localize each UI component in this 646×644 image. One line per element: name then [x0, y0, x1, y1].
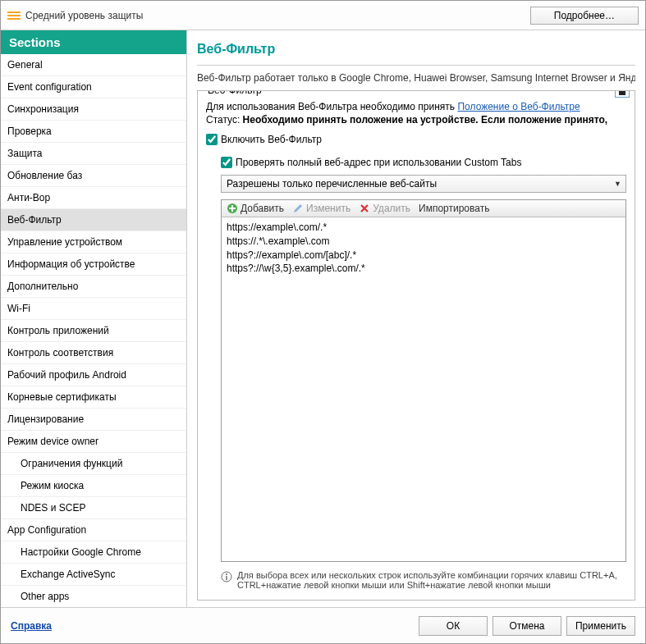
fieldset-legend: Веб-Фильтр [204, 90, 265, 96]
sidebar-item[interactable]: Ограничения функций [1, 453, 186, 475]
requirement-text: Для использования Веб-Фильтра необходимо… [206, 101, 626, 112]
chevron-down-icon: ▼ [614, 180, 621, 188]
sidebar-item[interactable]: Wi-Fi [1, 298, 186, 320]
delete-icon [359, 203, 370, 214]
enable-webfilter-row[interactable]: Включить Веб-Фильтр [206, 134, 626, 145]
apply-button[interactable]: Применить [566, 616, 635, 636]
page-title: Веб-Фильтр [197, 39, 635, 66]
delete-button[interactable]: Удалить [359, 203, 410, 214]
footer: Справка ОК Отмена Применить [1, 607, 645, 643]
browsers-info-text: Веб-Фильтр работает только в Google Chro… [197, 69, 635, 90]
list-item[interactable]: https://.*\.example\.com [227, 235, 621, 249]
sidebar-item[interactable]: Контроль соответствия [1, 342, 186, 364]
list-item[interactable]: https?://\w{3,5}.example\.com/.* [227, 262, 621, 276]
sidebar-item[interactable]: Режим device owner [1, 431, 186, 453]
custom-tabs-label: Проверять полный веб-адрес при использов… [236, 157, 521, 168]
requirement-prefix: Для использования Веб-Фильтра необходимо… [206, 101, 457, 112]
ok-button[interactable]: ОК [419, 616, 488, 636]
sections-sidebar[interactable]: Sections GeneralEvent configurationСинхр… [1, 30, 187, 607]
sidebar-item[interactable]: Веб-Фильтр [1, 209, 186, 231]
sidebar-item[interactable]: Управление устройством [1, 231, 186, 253]
add-button[interactable]: Добавить [227, 203, 284, 214]
cancel-button[interactable]: Отмена [493, 616, 561, 636]
body: Sections GeneralEvent configurationСинхр… [1, 30, 645, 607]
title-bar: Средний уровень защиты Подробнее… [1, 1, 645, 30]
sidebar-item[interactable]: Проверка [1, 121, 186, 143]
sidebar-item[interactable]: Синхронизация [1, 98, 186, 121]
list-item[interactable]: https://example\.com/.* [227, 221, 621, 235]
filter-mode-select[interactable]: Разрешены только перечисленные веб-сайты… [221, 175, 626, 193]
url-listbox[interactable]: https://example\.com/.*https://.*\.examp… [221, 217, 626, 562]
pencil-icon [292, 203, 304, 214]
plus-icon [227, 203, 238, 214]
sidebar-item[interactable]: General [1, 54, 186, 76]
sidebar-item[interactable]: Exchange ActiveSync [1, 564, 186, 586]
hint-row: Для выбора всех или нескольких строк исп… [221, 570, 626, 590]
sidebar-item[interactable]: Other apps [1, 586, 186, 607]
list-item[interactable]: https?://example\.com/[abc]/.* [227, 249, 621, 263]
enable-webfilter-checkbox[interactable] [206, 134, 218, 145]
add-label: Добавить [241, 203, 284, 214]
url-list-section: Добавить Изменить Удалить Импортировать [221, 199, 626, 562]
sidebar-item[interactable]: Контроль приложений [1, 320, 186, 342]
sidebar-item[interactable]: Режим киоска [1, 475, 186, 497]
sidebar-item[interactable]: Информация об устройстве [1, 253, 186, 276]
sidebar-item[interactable]: Защита [1, 143, 186, 165]
web-filter-fieldset: Веб-Фильтр Для использования Веб-Фильтра… [197, 90, 635, 601]
list-toolbar: Добавить Изменить Удалить Импортировать [221, 199, 626, 217]
sidebar-item[interactable]: Дополнительно [1, 276, 186, 298]
lock-icon[interactable] [615, 90, 630, 98]
sidebar-item[interactable]: App Configuration [1, 519, 186, 541]
sidebar-item[interactable]: Event configuration [1, 76, 186, 98]
window-title: Средний уровень защиты [25, 10, 530, 21]
sidebar-item[interactable]: Лицензирование [1, 409, 186, 431]
delete-label: Удалить [373, 203, 410, 214]
status-value: Необходимо принять положение на устройст… [243, 114, 608, 126]
import-label: Импортировать [419, 203, 489, 214]
info-icon [221, 571, 232, 582]
status-row: Статус: Необходимо принять положение на … [206, 114, 626, 126]
custom-tabs-checkbox[interactable] [221, 157, 232, 168]
status-label: Статус: [206, 114, 243, 126]
svg-point-2 [226, 573, 227, 575]
sidebar-item[interactable]: Анти-Вор [1, 187, 186, 209]
import-button[interactable]: Импортировать [419, 203, 489, 214]
policy-link[interactable]: Положение о Веб-Фильтре [457, 101, 580, 112]
enable-webfilter-label: Включить Веб-Фильтр [221, 134, 322, 145]
main-panel: Веб-Фильтр Веб-Фильтр работает только в … [187, 30, 645, 607]
sidebar-item[interactable]: Настройки Google Chrome [1, 541, 186, 564]
edit-label: Изменить [306, 203, 350, 214]
sections-header: Sections [1, 30, 186, 54]
hint-text: Для выбора всех или нескольких строк исп… [237, 570, 626, 590]
edit-button[interactable]: Изменить [292, 203, 350, 214]
help-link[interactable]: Справка [11, 620, 52, 632]
filter-mode-value: Разрешены только перечисленные веб-сайты [227, 178, 437, 190]
more-button[interactable]: Подробнее… [530, 7, 639, 25]
sidebar-item[interactable]: Корневые сертификаты [1, 386, 186, 409]
sidebar-item[interactable]: NDES и SCEP [1, 497, 186, 519]
svg-rect-3 [226, 576, 227, 580]
sidebar-item[interactable]: Рабочий профиль Android [1, 364, 186, 386]
protection-level-icon [7, 9, 21, 22]
settings-window: Средний уровень защиты Подробнее… Sectio… [0, 0, 646, 644]
custom-tabs-row[interactable]: Проверять полный веб-адрес при использов… [221, 157, 626, 168]
sidebar-item[interactable]: Обновление баз [1, 165, 186, 187]
